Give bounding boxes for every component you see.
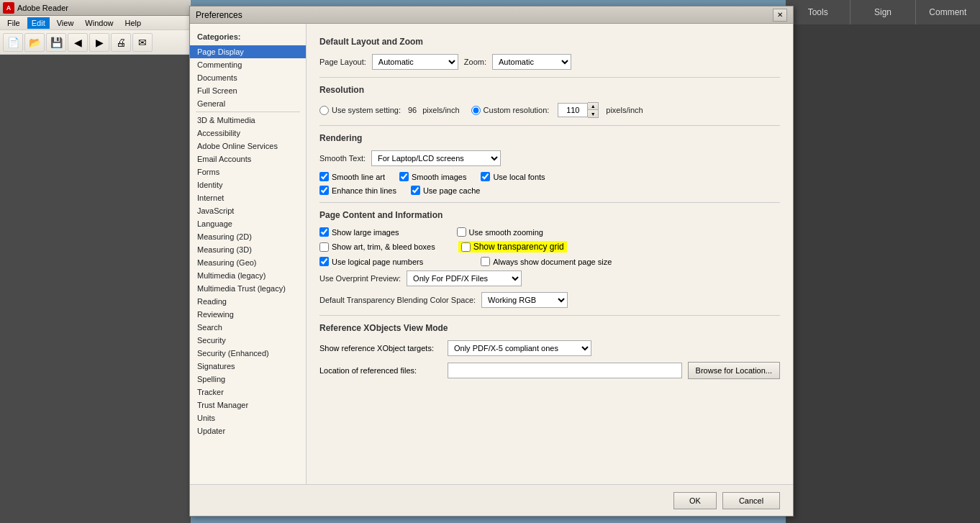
category-units[interactable]: Units <box>190 411 306 424</box>
smooth-line-art-item: Smooth line art <box>319 172 385 181</box>
category-language[interactable]: Language <box>190 217 306 230</box>
category-multimedia-legacy[interactable]: Multimedia (legacy) <box>190 269 306 282</box>
page-content-row1: Show large images Use smooth zooming <box>319 227 780 237</box>
dialog-body: Categories: Page Display Commenting Docu… <box>190 24 793 484</box>
always-show-doc-checkbox[interactable] <box>481 257 490 266</box>
category-security[interactable]: Security <box>190 334 306 347</box>
resolution-spinbox-input[interactable] <box>558 103 588 117</box>
show-large-images-checkbox[interactable] <box>319 227 329 237</box>
page-content-row3: Use logical page numbers Always show doc… <box>319 257 780 266</box>
category-identity[interactable]: Identity <box>190 178 306 191</box>
zoom-label: Zoom: <box>464 58 486 66</box>
category-reviewing[interactable]: Reviewing <box>190 308 306 321</box>
smooth-images-checkbox[interactable] <box>399 172 409 181</box>
section-rendering-header: Rendering <box>319 133 780 143</box>
page-layout-select[interactable]: Automatic Single Page Two-Up (Cover Page… <box>372 54 458 70</box>
use-local-fonts-item: Use local fonts <box>481 172 545 181</box>
use-local-fonts-label: Use local fonts <box>493 173 545 181</box>
transparency-blending-label: Default Transparency Blending Color Spac… <box>319 296 476 304</box>
rendering-checkboxes-row1: Smooth line art Smooth images Use local … <box>319 172 780 181</box>
category-commenting[interactable]: Commenting <box>190 58 306 71</box>
category-measuring-2d[interactable]: Measuring (2D) <box>190 230 306 243</box>
browse-button[interactable]: Browse for Location... <box>688 362 780 379</box>
location-input[interactable] <box>448 363 682 378</box>
cancel-button[interactable]: Cancel <box>722 492 780 509</box>
show-art-trim-checkbox[interactable] <box>319 242 329 252</box>
rendering-checkboxes-row2: Enhance thin lines Use page cache <box>319 186 780 195</box>
category-accessibility[interactable]: Accessibility <box>190 127 306 140</box>
smooth-line-art-checkbox[interactable] <box>319 172 329 181</box>
use-smooth-zooming-item: Use smooth zooming <box>457 227 543 237</box>
use-local-fonts-checkbox[interactable] <box>481 172 490 181</box>
use-page-cache-label: Use page cache <box>423 186 481 195</box>
category-adobe-online[interactable]: Adobe Online Services <box>190 140 306 153</box>
show-targets-label: Show reference XObject targets: <box>319 344 442 353</box>
spin-up[interactable]: ▲ <box>588 103 598 110</box>
custom-resolution-radio-item: Custom resolution: ▲ ▼ pixels/inch <box>471 102 643 118</box>
section-default-layout-header: Default Layout and Zoom <box>319 37 780 47</box>
show-large-images-label: Show large images <box>332 228 399 237</box>
custom-resolution-spinbox: ▲ ▼ <box>558 102 599 118</box>
show-art-trim-item: Show art, trim, & bleed boxes <box>319 242 435 252</box>
divider-4 <box>319 315 780 316</box>
dialog-close-button[interactable]: ✕ <box>773 9 787 22</box>
smooth-line-art-label: Smooth line art <box>332 173 385 181</box>
section-resolution-header: Resolution <box>319 85 780 95</box>
page-content-row2: Show art, trim, & bleed boxes Show trans… <box>319 241 780 253</box>
divider-3 <box>319 202 780 203</box>
enhance-thin-lines-label: Enhance thin lines <box>332 186 396 195</box>
use-system-radio[interactable] <box>319 106 329 115</box>
use-system-radio-item: Use system setting: 96 pixels/inch <box>319 106 460 115</box>
category-updater[interactable]: Updater <box>190 424 306 437</box>
category-multimedia-trust[interactable]: Multimedia Trust (legacy) <box>190 282 306 295</box>
category-forms[interactable]: Forms <box>190 165 306 178</box>
show-transparency-label: Show transparency grid <box>473 242 564 252</box>
category-security-enhanced[interactable]: Security (Enhanced) <box>190 347 306 360</box>
content-panel: Default Layout and Zoom Page Layout: Aut… <box>307 24 793 484</box>
category-tracker[interactable]: Tracker <box>190 386 306 399</box>
page-layout-label: Page Layout: <box>319 58 366 66</box>
category-general[interactable]: General <box>190 97 306 110</box>
enhance-thin-lines-item: Enhance thin lines <box>319 186 396 195</box>
category-measuring-geo[interactable]: Measuring (Geo) <box>190 256 306 269</box>
categories-panel: Categories: Page Display Commenting Docu… <box>190 24 307 484</box>
category-documents[interactable]: Documents <box>190 71 306 84</box>
category-full-screen[interactable]: Full Screen <box>190 84 306 97</box>
dialog-footer: OK Cancel <box>190 484 793 516</box>
custom-unit: pixels/inch <box>606 106 643 114</box>
custom-resolution-radio[interactable] <box>471 106 481 115</box>
category-search[interactable]: Search <box>190 321 306 334</box>
zoom-select[interactable]: Automatic Fit Page Fit Width 100% <box>492 54 571 70</box>
category-signatures[interactable]: Signatures <box>190 360 306 373</box>
section-page-content-header: Page Content and Information <box>319 210 780 220</box>
use-page-cache-item: Use page cache <box>411 186 481 195</box>
smooth-images-label: Smooth images <box>412 173 466 181</box>
overprint-select[interactable]: Only For PDF/X Files Always Never <box>407 270 522 286</box>
category-internet[interactable]: Internet <box>190 191 306 204</box>
category-reading[interactable]: Reading <box>190 295 306 308</box>
category-page-display[interactable]: Page Display <box>190 45 306 58</box>
category-email-accounts[interactable]: Email Accounts <box>190 153 306 165</box>
transparency-blending-row: Default Transparency Blending Color Spac… <box>319 292 780 308</box>
category-javascript[interactable]: JavaScript <box>190 204 306 217</box>
use-logical-pages-checkbox[interactable] <box>319 257 329 266</box>
show-art-trim-label: Show art, trim, & bleed boxes <box>332 242 435 251</box>
transparency-blending-select[interactable]: Working RGB sRGB Adobe RGB <box>481 292 568 308</box>
use-page-cache-checkbox[interactable] <box>411 186 420 195</box>
category-spelling[interactable]: Spelling <box>190 373 306 386</box>
use-smooth-zooming-checkbox[interactable] <box>457 227 466 237</box>
custom-label: Custom resolution: <box>484 106 550 114</box>
spin-down[interactable]: ▼ <box>588 110 598 117</box>
category-3d-multimedia[interactable]: 3D & Multimedia <box>190 114 306 127</box>
system-unit: pixels/inch <box>422 106 459 114</box>
smooth-text-select[interactable]: For Laptop/LCD screens For Monitor None <box>371 150 501 166</box>
overprint-label: Use Overprint Preview: <box>319 274 401 283</box>
category-measuring-3d[interactable]: Measuring (3D) <box>190 243 306 256</box>
show-transparency-checkbox[interactable] <box>461 242 471 252</box>
category-trust-manager[interactable]: Trust Manager <box>190 399 306 411</box>
ok-button[interactable]: OK <box>673 492 717 509</box>
use-system-label: Use system setting: <box>332 106 401 114</box>
enhance-thin-lines-checkbox[interactable] <box>319 186 329 195</box>
show-targets-select[interactable]: Only PDF/X-5 compliant ones Always Never <box>448 340 591 356</box>
divider-2 <box>319 125 780 126</box>
